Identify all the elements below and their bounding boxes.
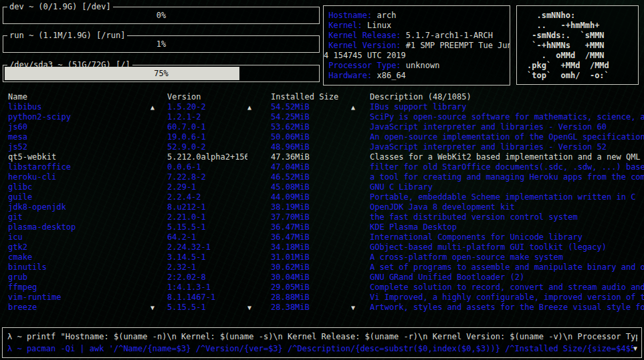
cell-name: heroku-cli — [8, 172, 150, 182]
table-row[interactable]: js6060.7.0-153.62MiBJavaScript interpret… — [0, 122, 644, 132]
sysinfo-label: Kernel Release: — [324, 31, 406, 40]
arrow-spacer — [247, 162, 271, 172]
table-body: libibus▲1.5.20-2▲54.52MiB▲IBus support l… — [0, 102, 644, 313]
table-row[interactable]: python2-scipy1.2.1-254.25MiBSciPy is ope… — [0, 112, 644, 122]
cell-size: 44.09MiB — [271, 192, 351, 202]
cell-name: libibus — [8, 102, 150, 112]
cell-size: 31.01MiB — [271, 252, 351, 262]
cell-size: 45.08MiB — [271, 182, 351, 192]
cell-version: 64.2-1 — [167, 232, 247, 242]
table-row[interactable]: qt5-webkit5.212.0alpha2+156…47.36MiBClas… — [0, 152, 644, 162]
cell-name: plasma-desktop — [8, 222, 150, 232]
cell-description: GObject-based multi-platform GUI toolkit… — [370, 242, 644, 252]
arrow-spacer — [351, 252, 370, 262]
header-spacer — [351, 92, 370, 102]
scroll-down-indicator: ▼ — [247, 303, 271, 313]
gauge-percent-label: 1% — [5, 37, 318, 51]
cell-size: 36.47MiB — [271, 232, 351, 242]
table-row[interactable]: git2.21.0-137.70MiBthe fast distributed … — [0, 212, 644, 222]
sysinfo-label: Hardware: — [324, 71, 377, 80]
cell-description: Classes for a WebKit2 based implementati… — [370, 152, 644, 162]
cell-name: git — [8, 212, 150, 222]
cell-version: 60.7.0-1 — [167, 122, 247, 132]
table-row[interactable]: ffmpeg1:4.1.3-129.05MiBComplete solution… — [0, 283, 644, 293]
table-row[interactable]: libibus▲1.5.20-2▲54.52MiB▲IBus support l… — [0, 102, 644, 112]
arrow-spacer — [351, 132, 370, 142]
arrow-spacer — [351, 182, 370, 192]
arrow-spacer — [150, 273, 167, 283]
gauge-run: run ~ (1.1M/1.9G) [/run]1% — [3, 35, 320, 53]
sysinfo-value: #1 SMP PREEMPT Tue Jun — [406, 41, 510, 50]
cell-name: mesa — [8, 132, 150, 142]
arrow-spacer — [351, 142, 370, 152]
cell-size: 50.06MiB — [271, 132, 351, 142]
shell-panel: λ ~ printf "Hostname: $(uname -n)\n Kern… — [2, 327, 642, 358]
cell-description: GNU C Library — [370, 182, 644, 192]
col-header-name: Name — [8, 92, 150, 102]
arrow-spacer — [247, 242, 271, 252]
cell-name: grub — [8, 273, 150, 283]
scroll-more-indicator: ▼ — [633, 343, 637, 355]
arrow-spacer — [150, 283, 167, 293]
arrow-spacer — [247, 283, 271, 293]
table-row[interactable]: plasma-desktop5.15.5-136.47MiBKDE Plasma… — [0, 222, 644, 232]
arrow-spacer — [247, 112, 271, 122]
arrow-spacer — [351, 262, 370, 273]
arrow-spacer — [247, 152, 271, 162]
cell-version: 52.9.0-2 — [167, 142, 247, 152]
sysinfo-value: x86_64 — [377, 71, 405, 80]
table-row[interactable]: libstaroffice0.0.6-147.04MiBfilter for o… — [0, 162, 644, 172]
cell-name: icu — [8, 232, 150, 242]
arrow-spacer — [150, 162, 167, 172]
table-row[interactable]: vim-runtime8.1.1467-128.88MiBVi Improved… — [0, 293, 644, 303]
arrow-spacer — [247, 182, 271, 192]
cell-version: 1:4.1.3-1 — [167, 283, 247, 293]
cell-size: 48.96MiB — [271, 142, 351, 152]
col-header-version: Version — [167, 92, 247, 102]
table-row[interactable]: guile2.2.4-244.09MiBPortable, embeddable… — [0, 192, 644, 202]
arrow-spacer — [150, 212, 167, 222]
cell-version: 3.14.5-1 — [167, 252, 247, 262]
table-row[interactable]: grub2:2.02-830.04MiBGNU GRand Unified Bo… — [0, 273, 644, 283]
table-row[interactable]: heroku-cli7.22.8-246.52MiBa tool for cre… — [0, 172, 644, 182]
table-row[interactable]: binutils2.32-130.62MiBA set of programs … — [0, 262, 644, 273]
table-row[interactable]: jdk8-openjdk8.u212-138.19MiBOpenJDK Java… — [0, 202, 644, 212]
gauge-bar: 0% — [5, 9, 318, 22]
cell-version: 2.2.4-2 — [167, 192, 247, 202]
sysinfo-value: Linux — [367, 21, 391, 30]
sysinfo-line: Hostname: arch — [324, 11, 510, 21]
header-spacer — [247, 92, 271, 102]
table-row[interactable]: js5252.9.0-248.96MiBJavaScript interpret… — [0, 142, 644, 152]
shell-command-line[interactable]: λ ~ pacman -Qi | awk '/^Name/{name=$3} /… — [7, 343, 637, 355]
cell-version: 1.5.20-2 — [167, 102, 247, 112]
table-row[interactable]: glibc2.29-145.08MiBGNU C Library — [0, 182, 644, 192]
shell-command-line[interactable]: λ ~ printf "Hostname: $(uname -n)\n Kern… — [7, 331, 637, 343]
gauge-percent-label: 0% — [5, 9, 318, 22]
arrow-spacer — [351, 172, 370, 182]
cell-size: 54.25MiB — [271, 112, 351, 122]
cell-version: 0.0.6-1 — [167, 162, 247, 172]
table-row[interactable]: cmake3.14.5-131.01MiBA cross-platform op… — [0, 252, 644, 262]
arrow-spacer — [247, 273, 271, 283]
cell-size: 34.18MiB — [271, 242, 351, 252]
sysinfo-label: Kernel: — [324, 21, 367, 30]
table-row[interactable]: gtk22.24.32-134.18MiBGObject-based multi… — [0, 242, 644, 252]
terminal-screen: { "colors": { "accent_blue": "#2424ee", … — [0, 0, 644, 360]
arrow-spacer — [351, 192, 370, 202]
cell-name: ffmpeg — [8, 283, 150, 293]
cell-size: 47.04MiB — [271, 162, 351, 172]
cell-name: breeze — [8, 303, 150, 313]
arrow-spacer — [247, 132, 271, 142]
arrow-spacer — [150, 293, 167, 303]
table-row[interactable]: breeze▼5.15.5-1▼28.38MiB▼Artwork, styles… — [0, 303, 644, 313]
ascii-logo-panel: .smNNho: .. -+hmMmh+ -smNds:. `sMMN `-+h… — [516, 5, 639, 85]
sysinfo-line: Kernel: Linux — [324, 21, 510, 31]
cell-version: 8.1.1467-1 — [167, 293, 247, 303]
table-row[interactable]: mesa19.0.6-150.06MiBAn open-source imple… — [0, 132, 644, 142]
cell-description: IBus support library — [370, 102, 644, 112]
scroll-up-indicator: ▲ — [247, 102, 271, 112]
cell-description: An open-source implementation of the Ope… — [370, 132, 644, 142]
cell-size: 30.62MiB — [271, 262, 351, 273]
table-row[interactable]: icu64.2-136.47MiBInternational Component… — [0, 232, 644, 242]
cell-size: 36.47MiB — [271, 222, 351, 232]
